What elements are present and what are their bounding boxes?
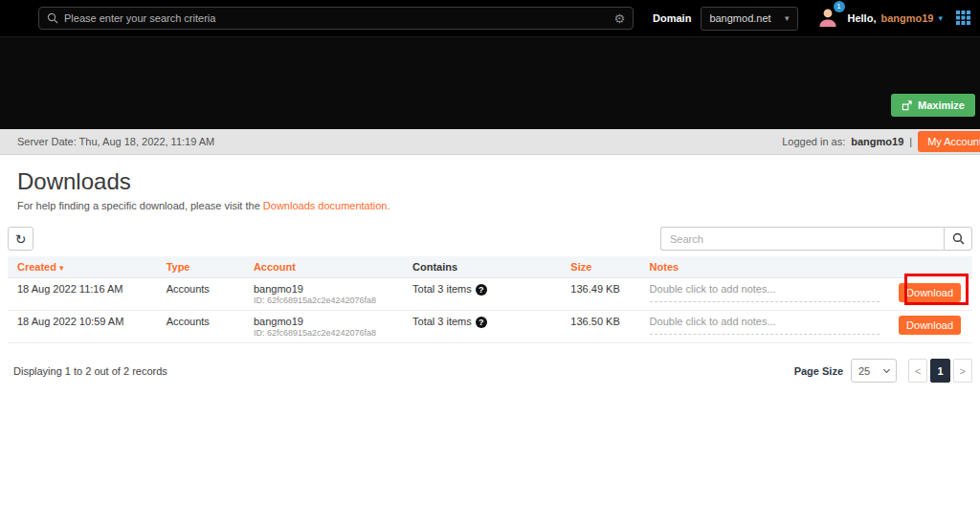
apps-grid-icon[interactable] bbox=[956, 11, 970, 27]
table-toolbar: ↻ bbox=[8, 227, 972, 251]
cell-notes[interactable]: Double click to add notes... bbox=[640, 311, 889, 343]
maximize-icon bbox=[902, 100, 912, 111]
cell-contains: Total 3 items? bbox=[403, 311, 561, 343]
downloads-table: Created▾ Type Account Contains Size Note… bbox=[8, 256, 972, 343]
account-name: bangmo19 bbox=[254, 316, 393, 327]
help-text: For help finding a specific download, pl… bbox=[17, 200, 972, 211]
prev-page-button[interactable]: < bbox=[908, 359, 927, 383]
search-settings-gear-icon[interactable]: ⚙ bbox=[613, 12, 625, 25]
logged-in-user: bangmo19 bbox=[851, 136, 903, 147]
table-footer: Displaying 1 to 2 out of 2 records Page … bbox=[8, 359, 972, 383]
cell-type: Accounts bbox=[157, 311, 244, 343]
cell-action: Download bbox=[889, 311, 972, 343]
server-date-text: Server Date: Thu, Aug 18, 2022, 11:19 AM bbox=[17, 136, 214, 147]
table-search-input[interactable] bbox=[660, 227, 944, 251]
column-header-created[interactable]: Created▾ bbox=[8, 256, 157, 278]
logged-in-area: Logged in as: bangmo19 | My Account bbox=[782, 131, 980, 152]
pagination: Page Size 25 < 1 > bbox=[794, 359, 972, 383]
download-button[interactable]: Download bbox=[899, 283, 961, 302]
page-size-label: Page Size bbox=[794, 365, 843, 377]
cell-size: 136.50 KB bbox=[561, 311, 639, 343]
account-id: ID: 62fc68915a2c2e4242076fa8 bbox=[254, 328, 393, 338]
global-search-input[interactable] bbox=[64, 12, 608, 24]
table-row: 18 Aug 2022 11:16 AM Accounts bangmo19 I… bbox=[8, 278, 972, 311]
topbar: ⚙ Domain bangmod.net ▾ 1 Hello, bangmo19… bbox=[0, 0, 980, 36]
username-text: bangmo19 bbox=[880, 12, 933, 24]
column-header-contains: Contains bbox=[403, 256, 561, 278]
pager-buttons: < 1 > bbox=[908, 359, 972, 383]
table-row: 18 Aug 2022 10:59 AM Accounts bangmo19 I… bbox=[8, 311, 972, 343]
cell-created: 18 Aug 2022 10:59 AM bbox=[8, 311, 157, 343]
user-avatar-button[interactable]: 1 bbox=[817, 7, 838, 30]
column-header-actions bbox=[889, 256, 972, 278]
cell-contains: Total 3 items? bbox=[403, 278, 561, 311]
notes-placeholder[interactable]: Double click to add notes... bbox=[650, 283, 880, 302]
column-header-notes[interactable]: Notes bbox=[640, 256, 889, 278]
hero-band: Maximize bbox=[0, 36, 980, 129]
records-summary: Displaying 1 to 2 out of 2 records bbox=[13, 365, 167, 377]
global-search[interactable]: ⚙ bbox=[38, 7, 634, 30]
chevron-down-icon: ▾ bbox=[785, 13, 790, 23]
cell-notes[interactable]: Double click to add notes... bbox=[640, 278, 889, 311]
account-name: bangmo19 bbox=[254, 283, 393, 295]
domain-select[interactable]: bangmod.net ▾ bbox=[701, 7, 797, 31]
my-account-button[interactable]: My Account bbox=[918, 131, 980, 152]
account-id: ID: 62fc68915a2c2e4242076fa8 bbox=[254, 296, 393, 305]
cell-account: bangmo19 ID: 62fc68915a2c2e4242076fa8 bbox=[244, 278, 403, 311]
search-icon bbox=[952, 232, 965, 245]
column-header-account[interactable]: Account bbox=[244, 256, 403, 278]
next-page-button[interactable]: > bbox=[953, 359, 972, 383]
domain-label: Domain bbox=[653, 12, 691, 24]
search-icon bbox=[47, 12, 58, 24]
status-bar: Server Date: Thu, Aug 18, 2022, 11:19 AM… bbox=[0, 129, 980, 155]
table-header-row: Created▾ Type Account Contains Size Note… bbox=[8, 256, 972, 278]
current-page-button[interactable]: 1 bbox=[930, 359, 949, 383]
notes-placeholder[interactable]: Double click to add notes... bbox=[650, 316, 880, 335]
cell-size: 136.49 KB bbox=[561, 278, 639, 311]
cell-type: Accounts bbox=[157, 278, 244, 311]
page-title: Downloads bbox=[17, 168, 972, 195]
user-menu-button[interactable]: Hello, bangmo19 ▾ bbox=[848, 12, 944, 24]
documentation-link[interactable]: Downloads documentation. bbox=[263, 200, 390, 211]
maximize-label: Maximize bbox=[918, 99, 965, 111]
help-icon[interactable]: ? bbox=[476, 317, 487, 328]
column-header-type[interactable]: Type bbox=[157, 256, 244, 278]
sort-desc-icon: ▾ bbox=[59, 263, 64, 273]
main-content: Downloads For help finding a specific do… bbox=[0, 155, 980, 383]
logged-in-label: Logged in as: bbox=[782, 136, 845, 147]
greeting-text: Hello, bbox=[848, 12, 877, 24]
help-icon[interactable]: ? bbox=[476, 284, 487, 296]
cell-account: bangmo19 ID: 62fc68915a2c2e4242076fa8 bbox=[244, 311, 403, 343]
download-button[interactable]: Download bbox=[899, 316, 961, 335]
page-size-value: 25 bbox=[858, 365, 870, 377]
user-chevron-down-icon: ▾ bbox=[938, 13, 943, 23]
cell-created: 18 Aug 2022 11:16 AM bbox=[8, 278, 157, 311]
page-size-select[interactable]: 25 bbox=[851, 359, 897, 383]
divider: | bbox=[909, 136, 912, 147]
maximize-button[interactable]: Maximize bbox=[891, 94, 975, 117]
domain-value: bangmod.net bbox=[709, 12, 770, 24]
notification-badge: 1 bbox=[834, 1, 845, 12]
column-header-size[interactable]: Size bbox=[561, 256, 639, 278]
table-search-group bbox=[660, 227, 972, 251]
refresh-button[interactable]: ↻ bbox=[8, 227, 33, 251]
help-prefix: For help finding a specific download, pl… bbox=[17, 200, 263, 211]
table-search-button[interactable] bbox=[944, 227, 972, 251]
chevron-down-icon bbox=[883, 365, 890, 372]
cell-action: Download bbox=[889, 278, 972, 311]
